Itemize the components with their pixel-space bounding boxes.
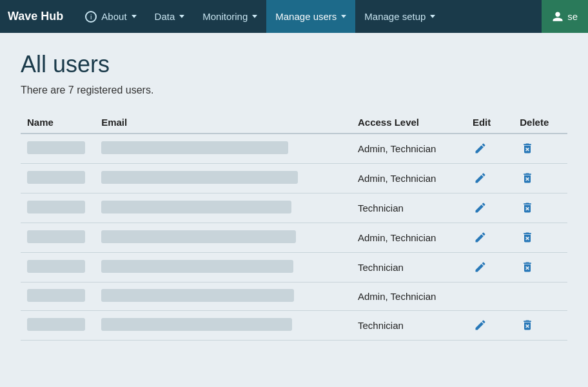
- col-name: Name: [21, 112, 95, 134]
- user-delete-cell: [513, 311, 567, 341]
- user-edit-cell: [466, 283, 513, 311]
- delete-button[interactable]: [520, 141, 535, 156]
- table-row: Technician: [21, 253, 567, 283]
- brand-title: Wave Hub: [8, 10, 63, 23]
- user-edit-cell: [466, 134, 513, 164]
- email-placeholder: [101, 141, 288, 154]
- name-placeholder: [27, 201, 85, 213]
- users-table: Name Email Access Level Edit Delete Admi…: [21, 112, 567, 341]
- page-title: All users: [21, 51, 567, 78]
- pencil-icon: [474, 319, 487, 332]
- pencil-icon: [474, 142, 487, 155]
- user-email-cell: [95, 194, 351, 223]
- user-access-cell: Admin, Technician: [351, 134, 466, 164]
- table-row: Technician: [21, 194, 567, 223]
- user-icon: [552, 11, 564, 23]
- table-header-row: Name Email Access Level Edit Delete: [21, 112, 567, 134]
- table-row: Admin, Technician: [21, 223, 567, 253]
- pencil-icon: [474, 201, 487, 214]
- name-placeholder: [27, 141, 85, 154]
- user-name-cell: [21, 164, 95, 194]
- table-row: Admin, Technician: [21, 283, 567, 311]
- navbar: Wave Hub i About Data Monitoring Manage …: [0, 0, 588, 33]
- user-email-cell: [95, 253, 351, 283]
- edit-button[interactable]: [473, 170, 488, 186]
- email-placeholder: [101, 260, 293, 273]
- user-access-cell: Technician: [351, 253, 466, 283]
- user-name-cell: [21, 311, 95, 341]
- col-email: Email: [95, 112, 351, 134]
- user-name-cell: [21, 223, 95, 253]
- trash-icon: [521, 319, 534, 332]
- trash-icon: [521, 231, 534, 244]
- user-delete-cell: [513, 283, 567, 311]
- chevron-down-icon: [341, 15, 346, 18]
- delete-button[interactable]: [520, 259, 535, 275]
- email-placeholder: [101, 171, 298, 184]
- user-delete-cell: [513, 194, 567, 223]
- edit-button[interactable]: [473, 259, 488, 275]
- nav-monitoring[interactable]: Monitoring: [193, 0, 266, 33]
- user-edit-cell: [466, 223, 513, 253]
- user-delete-cell: [513, 164, 567, 194]
- user-email-cell: [95, 134, 351, 164]
- nav-about[interactable]: i About: [76, 0, 145, 33]
- user-email-cell: [95, 311, 351, 341]
- trash-icon: [521, 142, 534, 155]
- user-name-cell: [21, 253, 95, 283]
- user-access-cell: Admin, Technician: [351, 223, 466, 253]
- email-placeholder: [101, 318, 292, 331]
- main-content: All users There are 7 registered users. …: [0, 33, 588, 359]
- col-edit: Edit: [466, 112, 513, 134]
- chevron-down-icon: [179, 15, 184, 18]
- user-delete-cell: [513, 253, 567, 283]
- info-icon: i: [85, 11, 97, 23]
- nav-data[interactable]: Data: [146, 0, 194, 33]
- user-edit-cell: [466, 164, 513, 194]
- table-row: Admin, Technician: [21, 164, 567, 194]
- user-name-cell: [21, 194, 95, 223]
- nav-manage-users[interactable]: Manage users: [266, 0, 355, 33]
- trash-icon: [521, 172, 534, 184]
- email-placeholder: [101, 289, 294, 302]
- edit-button[interactable]: [473, 317, 488, 333]
- user-access-cell: Technician: [351, 311, 466, 341]
- user-delete-cell: [513, 223, 567, 253]
- nav-manage-setup[interactable]: Manage setup: [355, 0, 444, 33]
- pencil-icon: [474, 261, 487, 273]
- name-placeholder: [27, 260, 85, 273]
- table-row: Technician: [21, 311, 567, 341]
- trash-icon: [521, 261, 534, 273]
- email-placeholder: [101, 230, 296, 243]
- delete-button[interactable]: [520, 200, 535, 215]
- user-access-cell: Admin, Technician: [351, 283, 466, 311]
- user-email-cell: [95, 164, 351, 194]
- user-email-cell: [95, 283, 351, 311]
- edit-button[interactable]: [473, 230, 488, 245]
- user-email-cell: [95, 223, 351, 253]
- name-placeholder: [27, 171, 85, 184]
- name-placeholder: [27, 230, 85, 243]
- trash-icon: [521, 201, 534, 214]
- edit-button[interactable]: [473, 200, 488, 215]
- edit-button[interactable]: [473, 141, 488, 156]
- user-edit-cell: [466, 311, 513, 341]
- user-name-cell: [21, 134, 95, 164]
- name-placeholder: [27, 318, 85, 331]
- pencil-icon: [474, 172, 487, 184]
- user-edit-cell: [466, 253, 513, 283]
- col-access: Access Level: [351, 112, 466, 134]
- user-access-cell: Technician: [351, 194, 466, 223]
- page-subtitle: There are 7 registered users.: [21, 84, 567, 96]
- delete-button[interactable]: [520, 317, 535, 333]
- col-delete: Delete: [513, 112, 567, 134]
- name-placeholder: [27, 289, 85, 302]
- user-name-cell: [21, 283, 95, 311]
- table-row: Admin, Technician: [21, 134, 567, 164]
- delete-button[interactable]: [520, 170, 535, 186]
- user-button[interactable]: se: [542, 0, 588, 33]
- delete-button[interactable]: [520, 230, 535, 245]
- chevron-down-icon: [252, 15, 257, 18]
- user-delete-cell: [513, 134, 567, 164]
- chevron-down-icon: [132, 15, 137, 18]
